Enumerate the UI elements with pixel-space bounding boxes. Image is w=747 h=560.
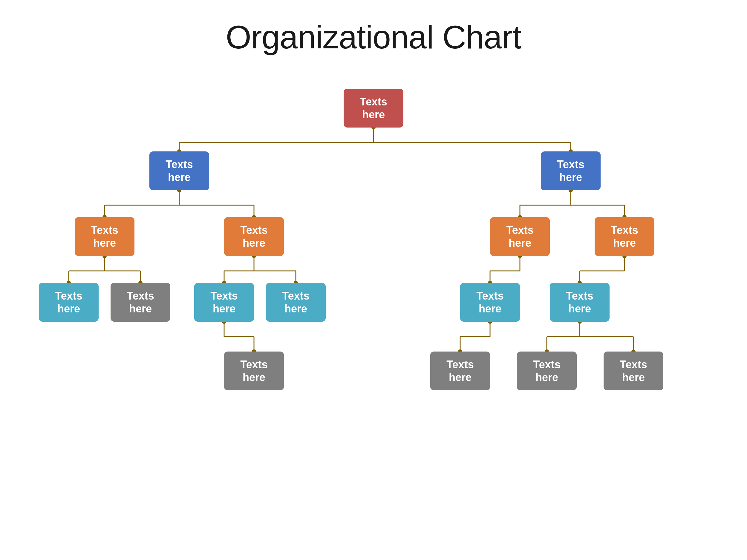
node-l2c[interactable]: Texts here [490, 217, 550, 256]
node-l4d[interactable]: Texts here [603, 351, 663, 390]
node-l3f[interactable]: Texts here [550, 283, 610, 322]
page-title: Organizational Chart [226, 18, 521, 56]
node-l1b[interactable]: Texts here [541, 152, 600, 190]
node-root[interactable]: Texts here [344, 89, 403, 128]
node-l4a[interactable]: Texts here [224, 351, 284, 390]
node-l3a[interactable]: Texts here [39, 283, 99, 322]
node-l3c[interactable]: Texts here [194, 283, 254, 322]
node-l3e[interactable]: Texts here [460, 283, 520, 322]
node-l4b[interactable]: Texts here [430, 351, 490, 390]
node-l2d[interactable]: Texts here [595, 217, 654, 256]
node-l3d[interactable]: Texts here [266, 283, 326, 322]
node-l3b[interactable]: Texts here [110, 283, 170, 322]
org-chart: Texts here Texts here Texts here Texts h… [15, 74, 732, 552]
node-l2a[interactable]: Texts here [75, 217, 134, 256]
node-l2b[interactable]: Texts here [224, 217, 284, 256]
node-l4c[interactable]: Texts here [517, 351, 577, 390]
node-l1a[interactable]: Texts here [149, 152, 209, 190]
